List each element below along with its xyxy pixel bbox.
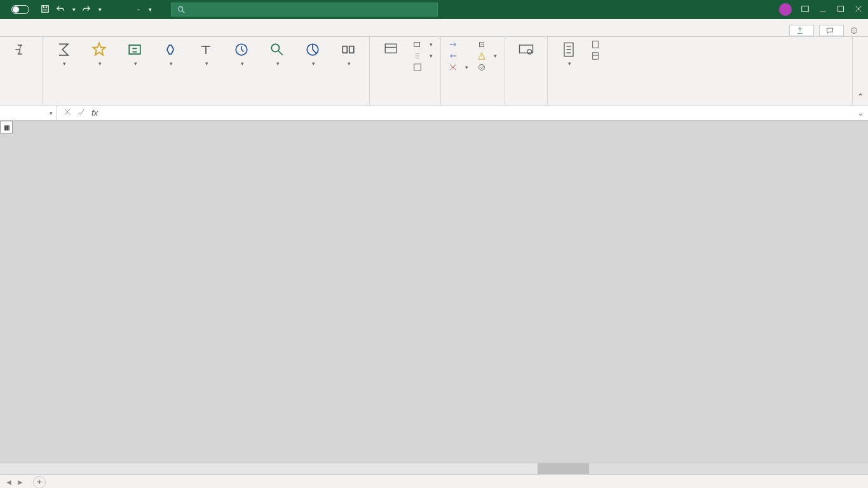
calculate-sheet-button[interactable] bbox=[588, 51, 606, 61]
comments-button[interactable] bbox=[819, 25, 844, 36]
define-name-button[interactable]: ▾ bbox=[410, 39, 435, 50]
svg-rect-8 bbox=[342, 46, 347, 53]
svg-rect-2 bbox=[802, 6, 809, 11]
svg-rect-11 bbox=[414, 43, 420, 47]
trace-dependents-button[interactable] bbox=[446, 51, 471, 61]
undo-icon[interactable] bbox=[56, 4, 65, 15]
formula-bar: ▾ fx ⌄ bbox=[0, 105, 868, 121]
financial-button[interactable]: ▾ bbox=[119, 39, 151, 69]
svg-rect-18 bbox=[593, 53, 599, 60]
svg-rect-4 bbox=[129, 45, 140, 54]
ribbon-options-icon[interactable] bbox=[801, 4, 810, 15]
remove-arrows-button[interactable]: ▾ bbox=[446, 62, 471, 72]
autofill-options-icon[interactable]: ▦ bbox=[0, 121, 13, 133]
insert-function-button[interactable] bbox=[5, 39, 37, 61]
trace-precedents-button[interactable] bbox=[446, 39, 471, 50]
text-button[interactable]: ▾ bbox=[190, 39, 222, 69]
evaluate-formula-button[interactable] bbox=[475, 62, 499, 72]
lookup-button[interactable]: ▾ bbox=[261, 39, 293, 69]
create-from-selection-button[interactable] bbox=[410, 62, 435, 72]
calculate-now-button[interactable] bbox=[588, 39, 606, 50]
search-icon bbox=[177, 5, 186, 14]
svg-rect-0 bbox=[42, 5, 49, 12]
logical-button[interactable]: ▾ bbox=[154, 39, 186, 69]
search-box[interactable] bbox=[171, 3, 438, 17]
svg-point-15 bbox=[527, 50, 532, 54]
user-avatar[interactable] bbox=[779, 3, 792, 16]
feedback-icon[interactable]: ☺ bbox=[849, 25, 859, 36]
enter-icon[interactable] bbox=[78, 108, 85, 118]
sheet-tabs-bar: ◄► + bbox=[0, 474, 868, 488]
minimize-icon[interactable] bbox=[818, 4, 827, 15]
svg-rect-10 bbox=[385, 44, 397, 53]
menu-bar: ☺ bbox=[0, 19, 868, 37]
cancel-icon[interactable] bbox=[64, 108, 71, 118]
svg-rect-12 bbox=[414, 64, 421, 71]
horizontal-scrollbar[interactable] bbox=[0, 463, 868, 474]
spreadsheet-grid[interactable]: ▦ bbox=[0, 121, 868, 463]
expand-formula-icon[interactable]: ⌄ bbox=[853, 108, 868, 118]
show-formulas-button[interactable] bbox=[475, 39, 499, 50]
document-title: - ▾ bbox=[133, 5, 152, 14]
function-library-label bbox=[48, 102, 364, 104]
autosum-button[interactable]: ▾ bbox=[48, 39, 79, 69]
autosave[interactable] bbox=[0, 5, 34, 14]
next-sheet-icon[interactable]: ► bbox=[17, 478, 24, 487]
svg-point-6 bbox=[271, 44, 279, 51]
calculation-label bbox=[553, 102, 847, 104]
svg-point-1 bbox=[179, 7, 183, 11]
fx-icon[interactable]: fx bbox=[92, 108, 98, 118]
use-in-formula-button[interactable]: ▾ bbox=[410, 51, 435, 61]
svg-point-13 bbox=[479, 65, 485, 71]
quick-access-toolbar: ▾ ▾ bbox=[34, 4, 108, 15]
svg-rect-17 bbox=[593, 41, 599, 48]
add-sheet-button[interactable]: + bbox=[33, 476, 46, 489]
redo-icon[interactable] bbox=[82, 4, 91, 15]
share-button[interactable] bbox=[789, 25, 814, 36]
defined-names-label bbox=[375, 102, 435, 104]
ribbon: ▾ ▾ ▾ ▾ ▾ ▾ ▾ ▾ ▾ ▾ ▾ ▾ bbox=[0, 37, 868, 105]
titlebar: ▾ ▾ - ▾ bbox=[0, 0, 868, 19]
name-box[interactable]: ▾ bbox=[0, 105, 57, 120]
svg-rect-9 bbox=[349, 46, 354, 53]
recently-used-button[interactable]: ▾ bbox=[83, 39, 115, 69]
prev-sheet-icon[interactable]: ◄ bbox=[5, 478, 13, 487]
date-time-button[interactable]: ▾ bbox=[226, 39, 257, 69]
calculation-options-button[interactable]: ▾ bbox=[553, 39, 585, 69]
more-functions-button[interactable]: ▾ bbox=[332, 39, 364, 69]
formula-auditing-label bbox=[446, 102, 499, 104]
autosave-toggle-icon[interactable] bbox=[11, 5, 29, 14]
collapse-ribbon-icon[interactable]: ⌃ bbox=[853, 37, 868, 105]
name-manager-button[interactable] bbox=[375, 39, 407, 61]
maximize-icon[interactable] bbox=[836, 4, 845, 15]
svg-rect-3 bbox=[838, 6, 844, 11]
watch-window-button[interactable] bbox=[510, 39, 542, 61]
error-checking-button[interactable]: ▾ bbox=[475, 51, 499, 61]
close-icon[interactable] bbox=[854, 4, 863, 15]
save-icon[interactable] bbox=[41, 4, 50, 15]
svg-rect-14 bbox=[520, 45, 533, 53]
math-button[interactable]: ▾ bbox=[297, 39, 329, 69]
